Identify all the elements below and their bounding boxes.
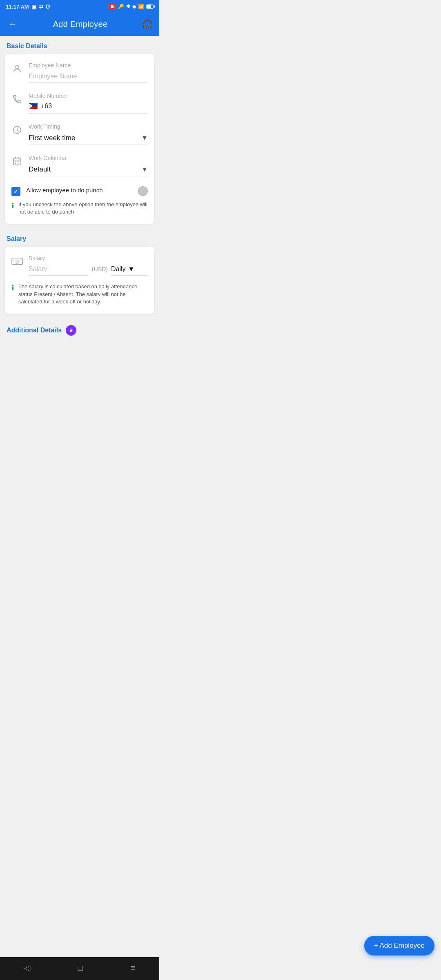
work-timing-arrow: ▼ xyxy=(141,134,148,142)
additional-details-title: Additional Details xyxy=(7,327,62,334)
work-calendar-arrow: ▼ xyxy=(141,166,148,173)
salary-icon xyxy=(11,256,23,269)
salary-label: Salary xyxy=(29,255,148,261)
svg-rect-7 xyxy=(17,163,18,164)
back-button[interactable]: ← xyxy=(7,17,19,31)
mobile-field-content: Mobile Number 🇵🇭 +63 xyxy=(29,93,148,114)
frequency-dropdown[interactable]: Daily ▼ xyxy=(111,264,148,276)
salary-info-icon: ℹ xyxy=(11,283,14,292)
salary-section-header: Salary xyxy=(0,229,159,247)
work-calendar-value: Default xyxy=(29,165,51,174)
phone-row: 🇵🇭 +63 xyxy=(29,102,148,114)
employee-name-field: Employee Name xyxy=(29,62,148,83)
salary-info-text: The salary is calculated based on daily … xyxy=(18,283,148,305)
info-icon: ℹ xyxy=(11,201,14,210)
salary-inputs-row: (USD) Daily ▼ xyxy=(29,264,148,276)
allow-punch-label: Allow employee to do punch xyxy=(26,186,132,194)
work-calendar-row: Work Calendar Default ▼ xyxy=(11,155,148,176)
screen-icon: ▣ xyxy=(31,4,36,10)
status-time: 11:17 AM xyxy=(6,4,29,10)
toggle-icon xyxy=(138,186,148,196)
person-icon xyxy=(11,64,23,76)
employee-name-label: Employee Name xyxy=(29,62,148,69)
page-title: Add Employee xyxy=(24,20,137,29)
salary-fields-container: Salary (USD) Daily ▼ xyxy=(29,255,148,276)
g-icon: G xyxy=(46,3,50,10)
record-icon: ⏺ xyxy=(108,4,116,9)
work-timing-row: Work Timing First week time ▼ xyxy=(11,123,148,145)
allow-punch-row: ✓ Allow employee to do punch xyxy=(11,186,148,196)
country-code: +63 xyxy=(41,102,52,110)
content: Basic Details Employee Name xyxy=(0,36,159,372)
mobile-number-row: Mobile Number 🇵🇭 +63 xyxy=(11,93,148,114)
svg-point-0 xyxy=(16,65,19,69)
salary-input[interactable] xyxy=(29,264,89,276)
additional-details-header: Additional Details ★ xyxy=(0,318,159,340)
work-timing-label: Work Timing xyxy=(29,123,148,130)
star-badge: ★ xyxy=(66,325,76,336)
currency-label: (USD) xyxy=(92,266,108,276)
battery-icon xyxy=(146,4,154,9)
clock-icon xyxy=(11,125,23,137)
status-bar: 11:17 AM ▣ ⇄ G ⏺ 🔑 ✱ ◆ 📶 xyxy=(0,0,159,12)
phone-icon xyxy=(11,94,23,107)
work-timing-value: First week time xyxy=(29,134,75,142)
svg-rect-3 xyxy=(15,161,16,162)
employee-name-input[interactable] xyxy=(29,71,148,83)
employee-name-row: Employee Name xyxy=(11,62,148,83)
svg-rect-6 xyxy=(15,163,16,164)
work-timing-field: Work Timing First week time ▼ xyxy=(29,123,148,145)
cast-icon: ⇄ xyxy=(39,4,43,10)
work-calendar-label: Work Calendar xyxy=(29,155,148,161)
work-calendar-dropdown[interactable]: Default ▼ xyxy=(29,164,148,176)
flag-ph: 🇵🇭 xyxy=(29,102,38,111)
bt-icon: ✱ xyxy=(126,4,130,9)
calendar-icon xyxy=(11,156,23,169)
svg-rect-4 xyxy=(17,161,18,162)
app-bar: ← Add Employee 🎧 xyxy=(0,12,159,36)
mobile-label: Mobile Number xyxy=(29,93,148,99)
status-right-icons: ⏺ 🔑 ✱ ◆ 📶 xyxy=(108,4,154,9)
key-icon: 🔑 xyxy=(118,4,124,9)
salary-info-row: ℹ The salary is calculated based on dail… xyxy=(11,283,148,305)
punch-info-row: ℹ If you uncheck the above option then t… xyxy=(11,201,148,216)
frequency-value: Daily xyxy=(111,265,126,273)
allow-punch-checkbox[interactable]: ✓ xyxy=(11,187,20,196)
frequency-arrow: ▼ xyxy=(128,265,135,273)
wifi-icon: 📶 xyxy=(138,4,144,9)
svg-rect-5 xyxy=(18,161,19,162)
checkmark-icon: ✓ xyxy=(13,188,18,195)
punch-info-text: If you uncheck the above option then the… xyxy=(18,201,148,216)
work-timing-dropdown[interactable]: First week time ▼ xyxy=(29,132,148,145)
basic-details-card: Employee Name Mobile Number 🇵🇭 +63 xyxy=(5,54,154,224)
signal-icon: ◆ xyxy=(132,4,136,9)
mobile-input[interactable] xyxy=(55,102,148,110)
basic-details-section-header: Basic Details xyxy=(0,36,159,54)
work-calendar-field: Work Calendar Default ▼ xyxy=(29,155,148,176)
salary-row: Salary (USD) Daily ▼ xyxy=(11,255,148,276)
salary-amount-wrap xyxy=(29,264,89,276)
headset-icon[interactable]: 🎧 xyxy=(142,19,153,29)
status-left: 11:17 AM ▣ ⇄ G xyxy=(6,3,50,10)
salary-card: Salary (USD) Daily ▼ ℹ The salary is cal… xyxy=(5,247,154,314)
